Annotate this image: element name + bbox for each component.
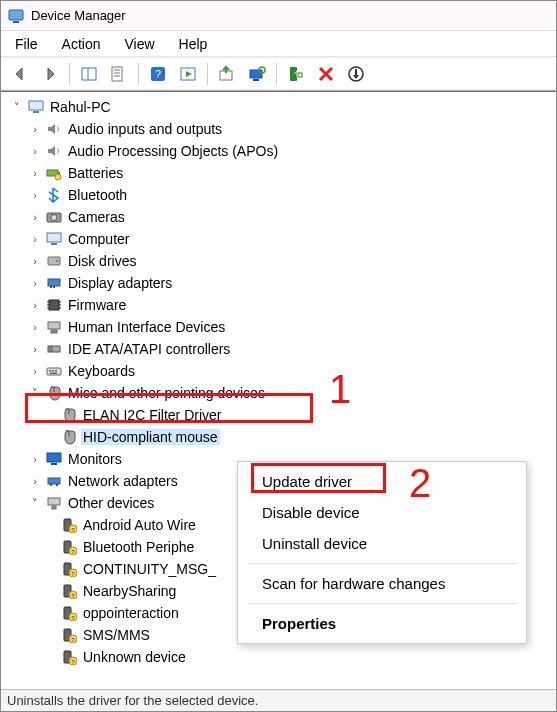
chip-icon [45,296,63,314]
tree-item-batteries[interactable]: ›Batteries [1,162,556,184]
tree-item-unknown[interactable]: ?Unknown device [1,646,556,668]
collapse-icon[interactable]: ˅ [28,496,42,510]
svg-point-24 [55,174,61,180]
tree-item-keyboards[interactable]: ›Keyboards [1,360,556,382]
help-button[interactable]: ? [145,61,171,87]
monitor-icon [45,450,63,468]
update-driver-button[interactable] [214,61,240,87]
tree-label: Computer [66,231,131,247]
tree-label: Bluetooth [66,187,129,203]
tree-item-bluetooth[interactable]: ›Bluetooth [1,184,556,206]
tree-item-audio-io[interactable]: ›Audio inputs and outputs [1,118,556,140]
svg-rect-1 [13,21,19,23]
toolbar-separator [207,63,208,85]
expand-icon[interactable]: › [28,166,42,180]
svg-rect-49 [55,370,57,372]
collapse-icon[interactable]: ˅ [28,386,42,400]
tree-label: Rahul-PC [48,99,113,115]
tree-label: Other devices [66,495,156,511]
tree-label: Audio inputs and outputs [66,121,224,137]
tree-label: Batteries [66,165,125,181]
tree-item-ide[interactable]: ›IDE ATA/ATAPI controllers [1,338,556,360]
unknown-device-icon: ? [60,516,78,534]
camera-icon [45,208,63,226]
context-properties[interactable]: Properties [238,608,526,639]
unknown-device-icon: ? [60,604,78,622]
tree-label: Human Interface Devices [66,319,227,335]
menu-file[interactable]: File [5,34,48,54]
ide-icon [45,340,63,358]
svg-rect-47 [49,370,51,372]
expand-icon[interactable]: › [28,276,42,290]
context-uninstall-device[interactable]: Uninstall device [238,528,526,559]
disable-device-button[interactable] [343,61,369,87]
expand-icon[interactable]: › [28,188,42,202]
expand-icon[interactable]: › [28,452,42,466]
tree-label: Mice and other pointing devices [66,385,267,401]
tree-item-computer[interactable]: ›Computer [1,228,556,250]
expand-icon[interactable]: › [28,298,42,312]
expand-icon[interactable]: ˅ [10,100,24,114]
scan-hardware-button[interactable] [244,61,270,87]
context-scan-hardware[interactable]: Scan for hardware changes [238,568,526,599]
properties-button[interactable] [106,61,132,87]
enable-device-button[interactable] [283,61,309,87]
tree-item-cameras[interactable]: ›Cameras [1,206,556,228]
tree-item-firmware[interactable]: ›Firmware [1,294,556,316]
show-hide-tree-button[interactable] [76,61,102,87]
device-manager-window: Device Manager File Action View Help ? ˅ [0,0,557,712]
tree-label: Bluetooth Periphe [81,539,196,555]
expand-icon[interactable]: › [28,254,42,268]
svg-rect-33 [53,286,55,288]
context-disable-device[interactable]: Disable device [238,497,526,528]
svg-rect-48 [52,370,54,372]
expand-icon[interactable]: › [28,342,42,356]
context-update-driver[interactable]: Update driver [238,466,526,497]
expand-icon[interactable]: › [28,364,42,378]
svg-point-26 [51,215,57,221]
menu-view[interactable]: View [114,34,164,54]
tree-item-display-adapters[interactable]: ›Display adapters [1,272,556,294]
expand-icon[interactable]: › [28,144,42,158]
tree-item-mice[interactable]: ˅Mice and other pointing devices [1,382,556,404]
svg-rect-4 [112,67,122,81]
tree-item-hid-mouse[interactable]: HID-compliant mouse [1,426,556,448]
tree-item-disk-drives[interactable]: ›Disk drives [1,250,556,272]
tree-item-elan[interactable]: ELAN I2C Filter Driver [1,404,556,426]
unknown-device-icon: ? [60,560,78,578]
menu-action[interactable]: Action [52,34,111,54]
tree-label: Disk drives [66,253,138,269]
uninstall-device-button[interactable] [313,61,339,87]
unknown-device-icon: ? [60,648,78,666]
tree-label: ELAN I2C Filter Driver [81,407,223,423]
expand-icon[interactable]: › [28,122,42,136]
mouse-icon [60,428,78,446]
tree-item-audio-apo[interactable]: ›Audio Processing Objects (APOs) [1,140,556,162]
svg-rect-0 [9,10,23,20]
forward-button[interactable] [37,61,63,87]
svg-marker-11 [186,71,192,77]
tree-label: Display adapters [66,275,174,291]
context-menu: Update driver Disable device Uninstall d… [237,461,527,644]
bluetooth-icon [45,186,63,204]
tree-item-hid[interactable]: ›Human Interface Devices [1,316,556,338]
expand-icon[interactable]: › [28,232,42,246]
tree-label: Network adapters [66,473,180,489]
unknown-device-icon: ? [60,626,78,644]
back-button[interactable] [7,61,33,87]
tree-root[interactable]: ˅ Rahul-PC [1,96,556,118]
action-button[interactable] [175,61,201,87]
mouse-icon [45,384,63,402]
expand-icon[interactable]: › [28,320,42,334]
svg-rect-59 [48,498,60,505]
menu-help[interactable]: Help [169,34,218,54]
svg-rect-13 [250,70,262,78]
tree-label: Audio Processing Objects (APOs) [66,143,280,159]
other-devices-icon [45,494,63,512]
svg-rect-32 [50,286,52,288]
expand-icon[interactable]: › [28,474,42,488]
svg-rect-54 [47,453,61,462]
context-divider [248,563,516,564]
expand-icon[interactable]: › [28,210,42,224]
unknown-device-icon: ? [60,538,78,556]
